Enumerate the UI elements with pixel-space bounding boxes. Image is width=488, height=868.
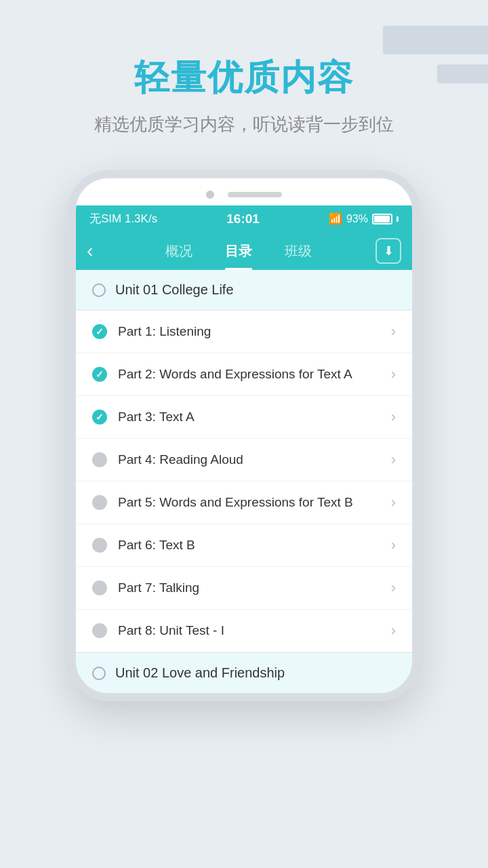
hero-section: 轻量优质内容 精选优质学习内容，听说读背一步到位 <box>0 0 488 157</box>
nav-tabs: Unit 01 College Life 概况 目录 班级 <box>101 232 375 270</box>
tab-class[interactable]: 班级 <box>268 232 328 270</box>
part-1-status-icon: ✓ <box>92 324 107 339</box>
unit-02-circle <box>92 667 106 680</box>
list-item[interactable]: Part 4: Reading Aloud › <box>76 439 412 481</box>
chevron-right-icon: › <box>391 622 396 639</box>
part-2-label: Part 2: Words and Expressions for Text A <box>118 367 380 382</box>
list-content: Unit 01 College Life ✓ Part 1: Listening… <box>76 270 412 693</box>
part-8-label: Part 8: Unit Test - I <box>118 623 380 638</box>
part-3-label: Part 3: Text A <box>118 410 380 425</box>
chevron-right-icon: › <box>391 494 396 511</box>
list-item[interactable]: Part 7: Talking › <box>76 567 412 610</box>
unit-02-title: Unit 02 Love and Friendship <box>115 665 285 681</box>
checkmark-icon: ✓ <box>96 327 104 336</box>
status-right: 📶 93% <box>329 212 399 225</box>
battery-tip <box>396 216 399 222</box>
tab-toc-label: 目录 <box>225 242 252 260</box>
list-item[interactable]: Part 6: Text B › <box>76 524 412 567</box>
tab-class-label: 班级 <box>285 242 312 260</box>
unit-01-header: Unit 01 College Life <box>76 270 412 311</box>
chevron-right-icon: › <box>391 451 396 469</box>
wifi-icon: 📶 <box>329 212 342 225</box>
unit-02-header: Unit 02 Love and Friendship <box>76 652 412 693</box>
list-item[interactable]: Part 8: Unit Test - I › <box>76 610 412 652</box>
phone-wrapper: 无SIM 1.3K/s 16:01 📶 93% ‹ Unit 01 Colleg… <box>0 170 488 701</box>
status-carrier: 无SIM 1.3K/s <box>89 211 157 226</box>
part-5-label: Part 5: Words and Expressions for Text B <box>118 495 380 510</box>
chevron-right-icon: › <box>391 579 396 597</box>
battery-icon <box>372 214 392 224</box>
checkmark-icon: ✓ <box>96 412 104 422</box>
tab-overview-label: 概况 <box>165 242 192 260</box>
part-7-label: Part 7: Talking <box>118 580 380 595</box>
list-item[interactable]: ✓ Part 2: Words and Expressions for Text… <box>76 353 412 396</box>
bg-strip-mid <box>437 64 488 83</box>
part-4-status-icon <box>92 452 107 467</box>
part-2-status-icon: ✓ <box>92 367 107 382</box>
nav-bar: ‹ Unit 01 College Life 概况 目录 班级 ⬇ <box>76 232 412 270</box>
tab-toc[interactable]: 目录 <box>209 232 268 270</box>
chevron-right-icon: › <box>391 408 396 426</box>
phone-camera <box>206 191 214 199</box>
unit-01-circle <box>92 283 106 297</box>
part-6-label: Part 6: Text B <box>118 538 380 553</box>
back-button[interactable]: ‹ <box>87 240 101 262</box>
status-bar: 无SIM 1.3K/s 16:01 📶 93% <box>76 205 412 232</box>
phone-mockup: 无SIM 1.3K/s 16:01 📶 93% ‹ Unit 01 Colleg… <box>68 170 420 701</box>
bg-strip-top <box>383 26 488 54</box>
part-3-status-icon: ✓ <box>92 410 107 425</box>
download-button[interactable]: ⬇ <box>375 238 401 264</box>
part-6-status-icon <box>92 538 107 553</box>
chevron-right-icon: › <box>391 323 396 340</box>
part-1-label: Part 1: Listening <box>118 324 380 339</box>
part-4-label: Part 4: Reading Aloud <box>118 452 380 467</box>
status-time: 16:01 <box>226 212 260 226</box>
part-8-status-icon <box>92 623 107 638</box>
hero-subtitle: 精选优质学习内容，听说读背一步到位 <box>0 113 488 136</box>
unit-01-title: Unit 01 College Life <box>115 282 234 298</box>
tab-overview[interactable]: Unit 01 College Life 概况 <box>149 232 209 270</box>
list-item[interactable]: Part 5: Words and Expressions for Text B… <box>76 481 412 524</box>
phone-speaker <box>228 192 282 197</box>
battery-percent: 93% <box>346 213 368 225</box>
list-item[interactable]: ✓ Part 3: Text A › <box>76 396 412 439</box>
chevron-right-icon: › <box>391 536 396 554</box>
list-item[interactable]: ✓ Part 1: Listening › <box>76 311 412 353</box>
download-icon: ⬇ <box>384 243 394 258</box>
checkmark-icon: ✓ <box>96 370 104 379</box>
part-5-status-icon <box>92 495 107 510</box>
hero-title: 轻量优质内容 <box>0 54 488 102</box>
battery-fill <box>374 216 390 222</box>
chevron-right-icon: › <box>391 366 396 383</box>
part-7-status-icon <box>92 580 107 595</box>
phone-top-bar <box>76 178 412 205</box>
